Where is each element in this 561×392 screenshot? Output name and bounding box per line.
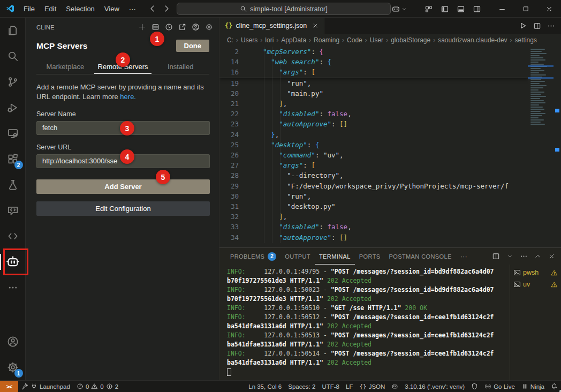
breadcrumb-item-appdata[interactable]: AppData [281, 36, 306, 44]
split-terminal-icon[interactable] [489, 250, 502, 263]
line-number: 24 [219, 130, 247, 140]
minimap-row [530, 124, 545, 125]
learn-more-link[interactable]: here. [120, 93, 136, 101]
editor-tab-cline-mcp-settings[interactable]: {} cline_mcp_settings.json [219, 18, 324, 34]
run-debug-icon[interactable] [0, 95, 26, 120]
go-live-item[interactable]: Go Live [481, 381, 518, 392]
more-views-icon[interactable] [0, 275, 26, 300]
breadcrumb-item-settings[interactable]: settings [515, 36, 537, 44]
cursor-position[interactable]: Ln 35, Col 6 [245, 381, 285, 392]
menu-selection[interactable]: Selection [61, 0, 99, 17]
new-task-icon[interactable] [136, 21, 148, 33]
breadcrumb-item-lori[interactable]: lori [265, 36, 274, 44]
editor-scrollbar[interactable] [554, 47, 561, 247]
history-icon[interactable] [163, 21, 175, 33]
eol-item[interactable]: LF [343, 381, 356, 392]
chat-extension-icon[interactable] [0, 198, 26, 223]
menu-view[interactable]: View [100, 0, 124, 17]
split-editor-icon[interactable] [531, 20, 543, 32]
menu-edit[interactable]: Edit [40, 0, 61, 17]
terminal-tab-uv[interactable]: uv [512, 278, 559, 290]
maximize-panel-icon[interactable] [531, 250, 544, 263]
settings-icon[interactable] [203, 21, 215, 33]
tab-installed[interactable]: Installed [151, 59, 209, 74]
panel-tab-terminal[interactable]: TERMINAL [315, 248, 355, 265]
launchpad-item[interactable]: Launchpad [18, 381, 73, 392]
panel-more-actions-icon[interactable] [517, 250, 530, 263]
breadcrumb-item-c[interactable]: C: [227, 36, 233, 44]
minimap[interactable] [528, 47, 554, 247]
search-view-icon[interactable] [0, 43, 26, 69]
done-button[interactable]: Done [176, 40, 210, 52]
breadcrumb-item-roaming[interactable]: Roaming [314, 36, 339, 44]
code-text: "autoApprove": [] [247, 119, 347, 129]
terminal-output[interactable]: INFO: 127.0.0.1:49795 - "POST /messages/… [219, 265, 510, 380]
back-arrow-icon[interactable] [148, 4, 157, 13]
breadcrumb-item-user[interactable]: User [370, 36, 383, 44]
copilot-button[interactable] [387, 4, 411, 13]
close-tab-icon[interactable] [312, 22, 319, 29]
minimap-row [530, 113, 545, 114]
panel-tab-output[interactable]: OUTPUT [280, 248, 315, 265]
terminal-cursor [227, 368, 231, 376]
remote-explorer-icon[interactable] [0, 120, 26, 146]
code-text: "F:/develop/workspace_privy/PythonProjec… [247, 181, 509, 191]
command-center-search[interactable]: simple-tool [Administrator] [177, 3, 391, 15]
close-window-button[interactable] [537, 0, 561, 18]
close-panel-icon[interactable] [545, 250, 558, 263]
python-interpreter-item[interactable]: 3.10.16 ('.venv': venv) [401, 381, 468, 392]
customize-layout-icon[interactable] [421, 0, 437, 18]
notifications-item[interactable] [548, 381, 561, 392]
cline-icon[interactable] [0, 249, 26, 275]
add-server-button[interactable]: Add Server [36, 179, 210, 194]
terminal-name: uv [523, 281, 530, 288]
breadcrumb-item-users[interactable]: Users [241, 36, 257, 44]
explorer-icon[interactable] [0, 18, 26, 43]
sync-extension-icon[interactable] [0, 223, 26, 249]
copilot-status-item[interactable] [388, 381, 401, 392]
menu-item[interactable]: ··· [124, 0, 141, 17]
maximize-button[interactable] [514, 0, 537, 18]
account-icon[interactable] [189, 21, 201, 33]
editor-more-actions-icon[interactable] [545, 20, 557, 32]
mcp-servers-icon[interactable] [149, 21, 161, 33]
line-number: 34 [219, 232, 247, 243]
problems-item[interactable]: 0 0 2 [73, 381, 122, 392]
testing-icon[interactable] [0, 172, 26, 198]
extensions-icon[interactable]: 2 [0, 146, 26, 172]
panel-tab-postman-console[interactable]: POSTMAN CONSOLE [385, 248, 456, 265]
terminal-tab-pwsh[interactable]: pwsh [512, 267, 559, 278]
breadcrumb-item-globalstorage[interactable]: globalStorage [391, 36, 430, 44]
bottom-panel: PROBLEMS2OUTPUTTERMINALPORTSPOSTMAN CONS… [219, 247, 561, 380]
panel-tab-problems[interactable]: PROBLEMS2 [226, 248, 280, 265]
breadcrumb-item-code[interactable]: Code [347, 36, 362, 44]
forward-arrow-icon[interactable] [162, 4, 171, 13]
toggle-primary-sidebar-icon[interactable] [437, 0, 453, 18]
minimize-button[interactable] [490, 0, 514, 18]
settings-gear-icon[interactable]: 1 [0, 355, 26, 380]
run-file-icon[interactable] [517, 20, 529, 32]
terminal-dropdown-chevron-icon[interactable] [503, 250, 516, 263]
edit-configuration-button[interactable]: Edit Configuration [36, 201, 210, 216]
extension-status-item[interactable] [468, 381, 481, 392]
accounts-icon[interactable] [0, 329, 26, 355]
code-line: 22 "disabled": false, [219, 109, 528, 119]
remote-indicator[interactable]: >< [0, 381, 18, 392]
source-control-icon[interactable] [0, 69, 26, 95]
toggle-panel-icon[interactable] [453, 0, 469, 18]
menu-file[interactable]: File [19, 0, 40, 17]
indentation-item[interactable]: Spaces: 2 [285, 381, 319, 392]
panel-tab-ports[interactable]: PORTS [355, 248, 385, 265]
toggle-secondary-sidebar-icon[interactable] [469, 0, 485, 18]
code-area[interactable]: 2 "mcpServers": {14 "web search": {16 "a… [219, 47, 561, 247]
language-mode-item[interactable]: {} JSON [356, 381, 388, 392]
panel-more-tabs-icon[interactable]: ··· [456, 252, 472, 260]
code-text: ], [247, 99, 287, 109]
minimap-row [530, 57, 543, 58]
tab-marketplace[interactable]: Marketplace [36, 59, 94, 74]
encoding-item[interactable]: UTF-8 [319, 381, 343, 392]
extensions-badge: 2 [14, 161, 23, 169]
breadcrumb-item-saoudrizwan-claude-dev[interactable]: saoudrizwan.claude-dev [438, 36, 507, 44]
open-in-editor-icon[interactable] [176, 21, 188, 33]
ninja-item[interactable]: Ninja [518, 381, 548, 392]
